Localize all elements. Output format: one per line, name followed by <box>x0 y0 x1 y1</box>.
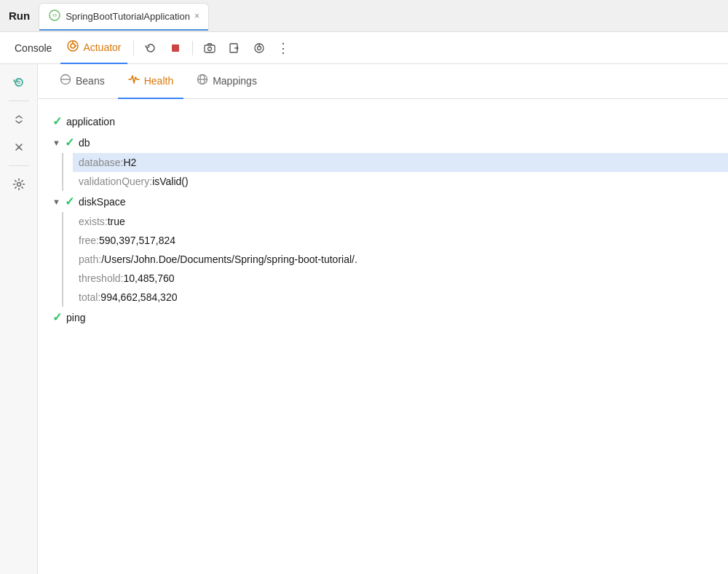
diskspace-left-gutter <box>38 212 73 307</box>
svg-rect-6 <box>172 44 179 52</box>
collapse-icon <box>12 141 25 154</box>
sidebar-divider-2 <box>9 165 29 166</box>
health-tab-icon <box>128 74 140 87</box>
export-button[interactable] <box>223 37 245 59</box>
svg-rect-7 <box>205 45 215 52</box>
spring-app-icon <box>48 9 61 24</box>
diskspace-total-row[interactable]: total: 994,662,584,320 <box>73 288 728 307</box>
expand-button[interactable] <box>7 107 31 132</box>
restart-button[interactable] <box>140 37 162 59</box>
diskspace-threshold-row[interactable]: threshold: 10,485,760 <box>73 269 728 288</box>
beans-tab-label: Beans <box>76 75 105 87</box>
mappings-tab-icon <box>197 74 208 87</box>
diskspace-status-icon: ✓ <box>65 194 74 208</box>
toolbar: Console Actuator <box>0 32 728 64</box>
toolbar-divider-2 <box>192 41 193 55</box>
diskspace-row[interactable]: ▼ ✓ diskSpace <box>38 191 728 212</box>
diskspace-children: exists: true free: 590,397,517,824 path:… <box>38 212 728 307</box>
diskspace-threshold-key: threshold: <box>79 272 123 284</box>
stop-icon <box>170 43 181 53</box>
diskspace-properties: exists: true free: 590,397,517,824 path:… <box>73 212 728 307</box>
db-name: db <box>79 137 90 149</box>
restart-icon <box>145 42 157 54</box>
run-label: Run <box>9 9 30 22</box>
actuator-icon <box>66 39 79 55</box>
sidebar-divider-1 <box>9 101 29 101</box>
db-group: ▼ ✓ db database: H2 validationQuer <box>38 132 728 191</box>
ping-name: ping <box>66 312 85 323</box>
mappings-tab[interactable]: Mappings <box>186 64 267 99</box>
diskspace-free-value: 590,397,517,824 <box>99 235 175 246</box>
actuator-tab-label: Actuator <box>83 42 121 53</box>
camera-icon <box>204 42 215 54</box>
expand-icon <box>12 113 25 126</box>
beans-tab[interactable]: Beans <box>50 64 115 99</box>
main-layout: Beans Health Mappings <box>0 64 728 574</box>
svg-point-3 <box>71 44 75 48</box>
application-name: application <box>66 116 115 127</box>
stop-button[interactable] <box>165 37 186 59</box>
diskspace-total-value: 994,662,584,320 <box>100 291 177 303</box>
diskspace-group: ▼ ✓ diskSpace exists: true free: <box>38 191 728 307</box>
wrap-button[interactable] <box>248 37 270 59</box>
ping-row[interactable]: ✓ ping <box>38 307 728 328</box>
db-validationquery-row[interactable]: validationQuery: isValid() <box>73 172 728 191</box>
sub-tabs: Beans Health Mappings <box>38 64 728 99</box>
db-validationquery-key: validationQuery: <box>79 176 152 187</box>
more-dots-icon: ⋮ <box>277 40 290 56</box>
app-tab-label: SpringBootTutorialApplication <box>66 11 190 22</box>
diskspace-exists-row[interactable]: exists: true <box>73 212 728 231</box>
db-row[interactable]: ▼ ✓ db <box>38 132 728 153</box>
db-status-icon: ✓ <box>65 135 74 149</box>
db-left-gutter <box>38 153 73 191</box>
diskspace-total-key: total: <box>79 291 100 303</box>
diskspace-collapse-icon: ▼ <box>52 197 60 206</box>
db-children: database: H2 validationQuery: isValid() <box>38 153 728 191</box>
db-collapse-icon: ▼ <box>52 138 60 147</box>
diskspace-path-key: path: <box>79 253 101 265</box>
actuator-tab[interactable]: Actuator <box>60 32 127 64</box>
camera-button[interactable] <box>199 37 221 59</box>
svg-point-1 <box>54 14 56 16</box>
diskspace-path-row[interactable]: path: /Users/John.Doe/Documents/Spring/s… <box>73 250 728 269</box>
db-connector-line <box>62 153 63 191</box>
health-tab-label: Health <box>144 75 173 87</box>
health-content: ✓ application ▼ ✓ db database: <box>38 99 728 574</box>
db-validationquery-value: isValid() <box>152 176 189 187</box>
svg-point-15 <box>18 82 20 83</box>
app-tab[interactable]: SpringBootTutorialApplication × <box>39 3 209 29</box>
collapse-button[interactable] <box>7 135 31 160</box>
content-area: Beans Health Mappings <box>38 64 728 574</box>
mappings-tab-label: Mappings <box>213 75 257 87</box>
beans-tab-icon <box>60 74 71 87</box>
toolbar-divider-1 <box>133 41 134 55</box>
diskspace-free-row[interactable]: free: 590,397,517,824 <box>73 231 728 250</box>
refresh-icon <box>12 76 25 89</box>
refresh-button[interactable] <box>7 70 31 95</box>
db-properties: database: H2 validationQuery: isValid() <box>73 153 728 191</box>
ping-status-icon: ✓ <box>52 310 62 324</box>
diskspace-exists-key: exists: <box>79 216 108 227</box>
diskspace-name: diskSpace <box>79 196 126 208</box>
svg-point-12 <box>257 46 261 50</box>
svg-point-16 <box>17 183 20 186</box>
diskspace-threshold-value: 10,485,760 <box>123 272 174 284</box>
export-icon <box>229 42 240 54</box>
settings-icon <box>12 178 25 191</box>
settings-button[interactable] <box>7 172 31 197</box>
more-button[interactable]: ⋮ <box>273 37 295 59</box>
diskspace-free-key: free: <box>79 235 99 246</box>
db-database-value: H2 <box>124 157 137 168</box>
title-bar: Run SpringBootTutorialApplication × <box>0 0 728 32</box>
diskspace-exists-value: true <box>108 216 125 227</box>
diskspace-connector-line <box>62 212 63 307</box>
application-row[interactable]: ✓ application <box>38 111 728 132</box>
left-sidebar <box>0 64 38 574</box>
app-tab-close[interactable]: × <box>194 11 199 21</box>
diskspace-path-value: /Users/John.Doe/Documents/Spring/spring-… <box>101 253 357 265</box>
db-database-key: database: <box>79 157 124 168</box>
health-tab[interactable]: Health <box>118 64 183 99</box>
console-tab[interactable]: Console <box>9 42 58 54</box>
svg-point-8 <box>207 47 211 50</box>
db-database-row[interactable]: database: H2 <box>73 153 728 172</box>
